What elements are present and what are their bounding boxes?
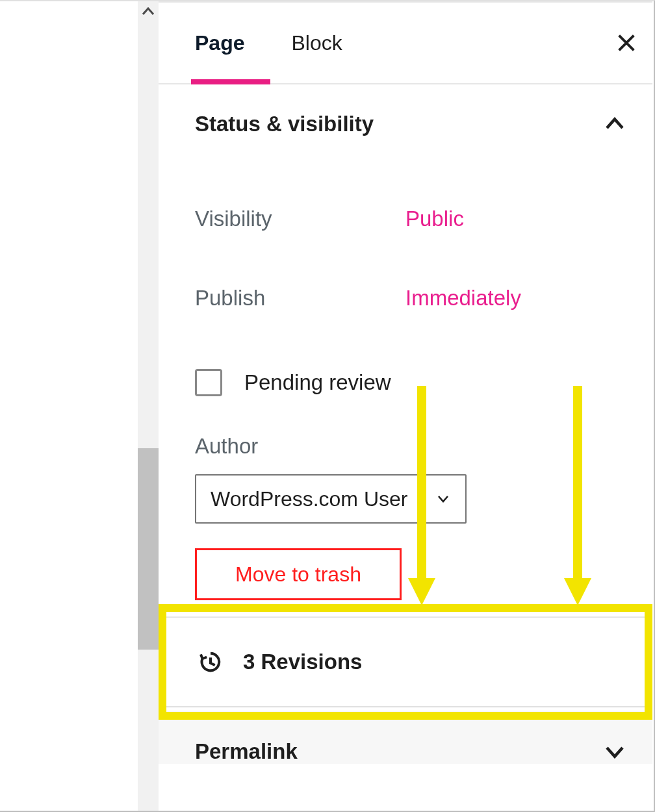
permalink-section-toggle[interactable]: Permalink: [159, 711, 652, 764]
scrollbar-thumb[interactable]: [138, 448, 159, 650]
pending-review-checkbox[interactable]: [195, 369, 222, 396]
close-settings-button[interactable]: [610, 26, 643, 60]
settings-sidebar: Page Block Status & visibility Visibilit…: [159, 1, 652, 809]
status-visibility-title: Status & visibility: [195, 112, 374, 136]
pending-review-row: Pending review: [159, 311, 652, 396]
status-visibility-section-toggle[interactable]: Status & visibility: [159, 84, 652, 136]
visibility-row: Visibility Public: [159, 136, 652, 231]
chevron-down-icon: [603, 740, 626, 763]
chevron-up-icon: [603, 112, 626, 136]
author-label: Author: [159, 396, 652, 459]
permalink-title: Permalink: [195, 739, 298, 764]
move-to-trash-button[interactable]: Move to trash: [195, 548, 402, 600]
pending-review-label: Pending review: [244, 370, 391, 395]
tab-block[interactable]: Block: [268, 2, 365, 84]
revisions-button[interactable]: 3 Revisions: [159, 616, 652, 707]
chevron-down-icon: [435, 491, 451, 507]
visibility-label: Visibility: [195, 207, 405, 231]
visibility-value-button[interactable]: Public: [405, 207, 464, 231]
publish-row: Publish Immediately: [159, 231, 652, 311]
publish-value-button[interactable]: Immediately: [405, 286, 521, 311]
author-select-value: WordPress.com User: [211, 487, 407, 511]
active-tab-indicator: [191, 79, 270, 84]
tab-page[interactable]: Page: [159, 2, 268, 84]
close-icon: [615, 32, 637, 54]
scrollbar[interactable]: [138, 1, 159, 811]
settings-tabs: Page Block: [159, 3, 652, 84]
revisions-label: 3 Revisions: [243, 650, 362, 674]
author-select[interactable]: WordPress.com User: [195, 474, 467, 524]
scroll-up-icon[interactable]: [138, 1, 159, 21]
history-icon: [198, 649, 224, 675]
publish-label: Publish: [195, 286, 405, 311]
